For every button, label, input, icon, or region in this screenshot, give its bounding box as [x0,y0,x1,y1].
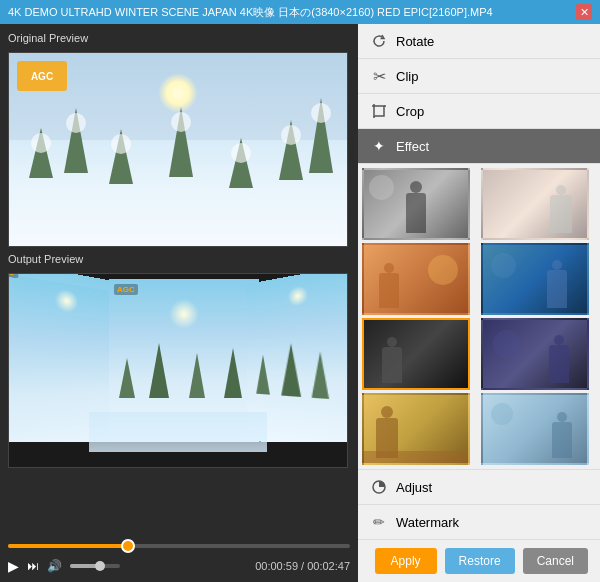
effect-thumb-3[interactable] [362,243,470,315]
tool-adjust[interactable]: Adjust [358,469,600,504]
tool-rotate[interactable]: Rotate [358,24,600,59]
adjust-icon [370,478,388,496]
title-bar: 4K DEMO ULTRAHD WINTER SCENE JAPAN 4K映像 … [0,0,600,24]
tree-7 [309,98,333,173]
main-container: Original Preview [0,24,600,582]
tree-3 [109,129,133,184]
tool-watermark[interactable]: ✏ Watermark [358,504,600,539]
controls-area: ▶ ⏭ 🔊 00:00:59 / 00:02:47 [8,538,350,574]
apply-button[interactable]: Apply [375,548,437,574]
play-button[interactable]: ▶ [8,558,19,574]
tool-effect[interactable]: ✦ Effect [358,129,600,164]
restore-button[interactable]: Restore [445,548,515,574]
seek-track[interactable] [8,544,350,548]
clip-icon: ✂ [370,67,388,85]
tool-crop[interactable]: Crop [358,94,600,129]
seek-thumb[interactable] [121,539,135,553]
cancel-button[interactable]: Cancel [523,548,588,574]
effect-thumb-6[interactable] [481,318,589,390]
original-scene: AGC [9,53,347,246]
effect-thumb-8[interactable] [481,393,589,465]
agc-logo-output: AGC [114,284,138,295]
volume-track[interactable] [70,564,120,568]
crop-label: Crop [396,104,424,119]
effect-person-1 [406,193,426,233]
close-button[interactable]: ✕ [576,4,592,20]
playback-controls: ▶ ⏭ 🔊 00:00:59 / 00:02:47 [8,558,350,574]
tool-clip[interactable]: ✂ Clip [358,59,600,94]
time-display: 00:00:59 / 00:02:47 [255,560,350,572]
tree-6 [279,120,303,180]
skip-button[interactable]: ⏭ [27,559,39,573]
svg-rect-0 [374,106,384,116]
clip-label: Clip [396,69,418,84]
crop-icon [370,102,388,120]
effect-thumb-7[interactable] [362,393,470,465]
original-preview: AGC [8,52,348,247]
watermark-icon: ✏ [370,513,388,531]
right-panel: Rotate ✂ Clip Crop [358,24,600,582]
bottom-bar: Apply Restore Cancel [358,539,600,582]
title-text: 4K DEMO ULTRAHD WINTER SCENE JAPAN 4K映像 … [8,5,493,20]
rotate-icon [370,32,388,50]
agc-logo: AGC [17,61,67,91]
seek-fill [8,544,128,548]
volume-icon: 🔊 [47,559,62,573]
seek-bar-container[interactable] [8,538,350,554]
effect-thumb-2[interactable] [481,168,589,240]
effect-grid [358,164,600,469]
watermark-label: Watermark [396,515,459,530]
original-preview-label: Original Preview [8,32,350,44]
volume-thumb[interactable] [95,561,105,571]
effect-thumb-1[interactable] [362,168,470,240]
rotate-label: Rotate [396,34,434,49]
tool-menu: Rotate ✂ Clip Crop [358,24,600,164]
tree-1 [29,128,53,178]
effect-label: Effect [396,139,429,154]
effect-thumb-5[interactable] [362,318,470,390]
output-preview-label: Output Preview [8,253,350,265]
effect-icon: ✦ [370,137,388,155]
tree-5 [229,138,253,188]
output-3d-scene: AGC AGC [9,274,347,467]
tree-4 [169,107,193,177]
adjust-label: Adjust [396,480,432,495]
left-panel: Original Preview [0,24,358,582]
effect-thumb-4[interactable] [481,243,589,315]
tree-2 [64,108,88,173]
output-preview: AGC AGC [8,273,348,468]
